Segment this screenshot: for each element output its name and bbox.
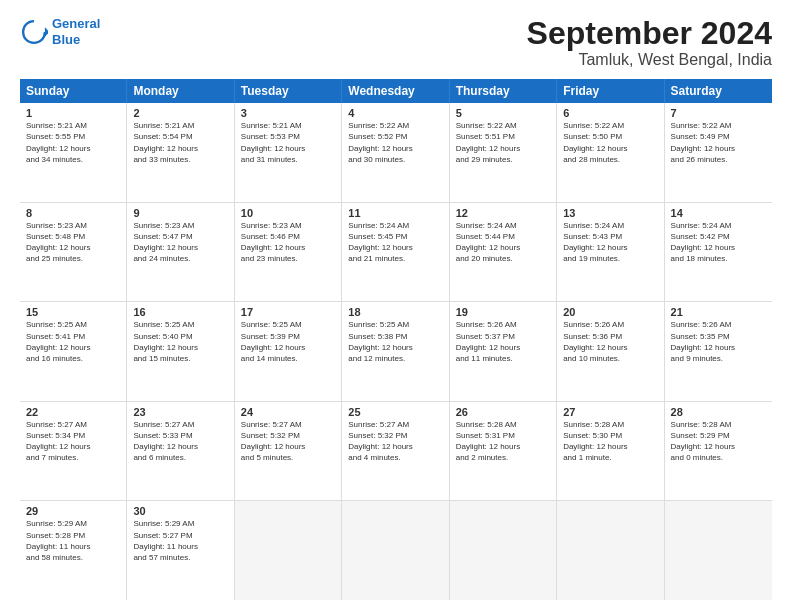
calendar-cell: 10Sunrise: 5:23 AM Sunset: 5:46 PM Dayli… (235, 203, 342, 302)
calendar-cell: 4Sunrise: 5:22 AM Sunset: 5:52 PM Daylig… (342, 103, 449, 202)
header-day-sunday: Sunday (20, 79, 127, 103)
calendar-cell: 14Sunrise: 5:24 AM Sunset: 5:42 PM Dayli… (665, 203, 772, 302)
day-info: Sunrise: 5:26 AM Sunset: 5:36 PM Dayligh… (563, 319, 657, 364)
day-number: 4 (348, 107, 442, 119)
calendar-cell: 1Sunrise: 5:21 AM Sunset: 5:55 PM Daylig… (20, 103, 127, 202)
day-info: Sunrise: 5:26 AM Sunset: 5:35 PM Dayligh… (671, 319, 766, 364)
calendar: SundayMondayTuesdayWednesdayThursdayFrid… (20, 79, 772, 600)
day-number: 29 (26, 505, 120, 517)
logo-icon (20, 18, 48, 46)
calendar-cell: 27Sunrise: 5:28 AM Sunset: 5:30 PM Dayli… (557, 402, 664, 501)
logo: General Blue (20, 16, 100, 47)
day-number: 25 (348, 406, 442, 418)
header-day-friday: Friday (557, 79, 664, 103)
day-number: 2 (133, 107, 227, 119)
calendar-header: SundayMondayTuesdayWednesdayThursdayFrid… (20, 79, 772, 103)
day-info: Sunrise: 5:23 AM Sunset: 5:48 PM Dayligh… (26, 220, 120, 265)
day-number: 8 (26, 207, 120, 219)
day-info: Sunrise: 5:29 AM Sunset: 5:27 PM Dayligh… (133, 518, 227, 563)
calendar-cell: 28Sunrise: 5:28 AM Sunset: 5:29 PM Dayli… (665, 402, 772, 501)
calendar-row: 8Sunrise: 5:23 AM Sunset: 5:48 PM Daylig… (20, 203, 772, 303)
day-number: 10 (241, 207, 335, 219)
calendar-cell (450, 501, 557, 600)
day-number: 26 (456, 406, 550, 418)
logo-text: General Blue (52, 16, 100, 47)
header-day-wednesday: Wednesday (342, 79, 449, 103)
day-info: Sunrise: 5:27 AM Sunset: 5:33 PM Dayligh… (133, 419, 227, 464)
day-number: 28 (671, 406, 766, 418)
header-day-monday: Monday (127, 79, 234, 103)
day-info: Sunrise: 5:25 AM Sunset: 5:40 PM Dayligh… (133, 319, 227, 364)
calendar-body: 1Sunrise: 5:21 AM Sunset: 5:55 PM Daylig… (20, 103, 772, 600)
calendar-cell: 24Sunrise: 5:27 AM Sunset: 5:32 PM Dayli… (235, 402, 342, 501)
calendar-cell (557, 501, 664, 600)
day-number: 20 (563, 306, 657, 318)
day-number: 12 (456, 207, 550, 219)
day-info: Sunrise: 5:27 AM Sunset: 5:34 PM Dayligh… (26, 419, 120, 464)
day-info: Sunrise: 5:27 AM Sunset: 5:32 PM Dayligh… (241, 419, 335, 464)
day-number: 22 (26, 406, 120, 418)
day-number: 14 (671, 207, 766, 219)
day-number: 18 (348, 306, 442, 318)
day-info: Sunrise: 5:29 AM Sunset: 5:28 PM Dayligh… (26, 518, 120, 563)
calendar-cell (342, 501, 449, 600)
day-info: Sunrise: 5:25 AM Sunset: 5:39 PM Dayligh… (241, 319, 335, 364)
calendar-cell: 17Sunrise: 5:25 AM Sunset: 5:39 PM Dayli… (235, 302, 342, 401)
day-number: 16 (133, 306, 227, 318)
logo-line2: Blue (52, 32, 80, 47)
day-info: Sunrise: 5:24 AM Sunset: 5:44 PM Dayligh… (456, 220, 550, 265)
calendar-row: 22Sunrise: 5:27 AM Sunset: 5:34 PM Dayli… (20, 402, 772, 502)
day-number: 21 (671, 306, 766, 318)
location: Tamluk, West Bengal, India (527, 51, 772, 69)
calendar-row: 15Sunrise: 5:25 AM Sunset: 5:41 PM Dayli… (20, 302, 772, 402)
header-day-saturday: Saturday (665, 79, 772, 103)
day-number: 9 (133, 207, 227, 219)
day-info: Sunrise: 5:23 AM Sunset: 5:47 PM Dayligh… (133, 220, 227, 265)
day-number: 30 (133, 505, 227, 517)
calendar-cell: 15Sunrise: 5:25 AM Sunset: 5:41 PM Dayli… (20, 302, 127, 401)
header-day-thursday: Thursday (450, 79, 557, 103)
day-number: 1 (26, 107, 120, 119)
calendar-page: General Blue September 2024 Tamluk, West… (0, 0, 792, 612)
day-info: Sunrise: 5:24 AM Sunset: 5:42 PM Dayligh… (671, 220, 766, 265)
month-title: September 2024 (527, 16, 772, 51)
calendar-cell: 21Sunrise: 5:26 AM Sunset: 5:35 PM Dayli… (665, 302, 772, 401)
calendar-cell (235, 501, 342, 600)
day-info: Sunrise: 5:22 AM Sunset: 5:51 PM Dayligh… (456, 120, 550, 165)
header: General Blue September 2024 Tamluk, West… (20, 16, 772, 69)
day-number: 24 (241, 406, 335, 418)
calendar-cell: 11Sunrise: 5:24 AM Sunset: 5:45 PM Dayli… (342, 203, 449, 302)
calendar-cell: 30Sunrise: 5:29 AM Sunset: 5:27 PM Dayli… (127, 501, 234, 600)
day-number: 19 (456, 306, 550, 318)
calendar-cell: 20Sunrise: 5:26 AM Sunset: 5:36 PM Dayli… (557, 302, 664, 401)
calendar-cell: 23Sunrise: 5:27 AM Sunset: 5:33 PM Dayli… (127, 402, 234, 501)
day-info: Sunrise: 5:28 AM Sunset: 5:30 PM Dayligh… (563, 419, 657, 464)
day-info: Sunrise: 5:24 AM Sunset: 5:43 PM Dayligh… (563, 220, 657, 265)
calendar-cell: 26Sunrise: 5:28 AM Sunset: 5:31 PM Dayli… (450, 402, 557, 501)
day-info: Sunrise: 5:21 AM Sunset: 5:53 PM Dayligh… (241, 120, 335, 165)
calendar-cell: 9Sunrise: 5:23 AM Sunset: 5:47 PM Daylig… (127, 203, 234, 302)
day-info: Sunrise: 5:22 AM Sunset: 5:50 PM Dayligh… (563, 120, 657, 165)
day-number: 23 (133, 406, 227, 418)
calendar-cell: 12Sunrise: 5:24 AM Sunset: 5:44 PM Dayli… (450, 203, 557, 302)
day-number: 11 (348, 207, 442, 219)
day-info: Sunrise: 5:21 AM Sunset: 5:55 PM Dayligh… (26, 120, 120, 165)
day-info: Sunrise: 5:24 AM Sunset: 5:45 PM Dayligh… (348, 220, 442, 265)
calendar-cell: 16Sunrise: 5:25 AM Sunset: 5:40 PM Dayli… (127, 302, 234, 401)
day-number: 7 (671, 107, 766, 119)
calendar-cell: 5Sunrise: 5:22 AM Sunset: 5:51 PM Daylig… (450, 103, 557, 202)
calendar-cell: 8Sunrise: 5:23 AM Sunset: 5:48 PM Daylig… (20, 203, 127, 302)
day-info: Sunrise: 5:22 AM Sunset: 5:52 PM Dayligh… (348, 120, 442, 165)
calendar-cell: 2Sunrise: 5:21 AM Sunset: 5:54 PM Daylig… (127, 103, 234, 202)
day-number: 17 (241, 306, 335, 318)
calendar-cell: 18Sunrise: 5:25 AM Sunset: 5:38 PM Dayli… (342, 302, 449, 401)
day-info: Sunrise: 5:23 AM Sunset: 5:46 PM Dayligh… (241, 220, 335, 265)
day-number: 13 (563, 207, 657, 219)
calendar-cell: 7Sunrise: 5:22 AM Sunset: 5:49 PM Daylig… (665, 103, 772, 202)
title-block: September 2024 Tamluk, West Bengal, Indi… (527, 16, 772, 69)
calendar-cell: 13Sunrise: 5:24 AM Sunset: 5:43 PM Dayli… (557, 203, 664, 302)
day-number: 6 (563, 107, 657, 119)
calendar-cell (665, 501, 772, 600)
calendar-row: 29Sunrise: 5:29 AM Sunset: 5:28 PM Dayli… (20, 501, 772, 600)
day-info: Sunrise: 5:26 AM Sunset: 5:37 PM Dayligh… (456, 319, 550, 364)
